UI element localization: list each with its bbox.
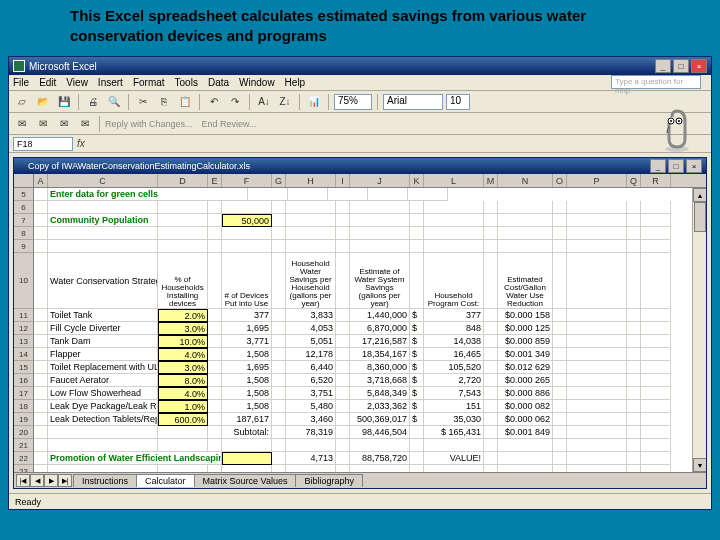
cell[interactable]: Estimated Cost/Gallon Water Use Reductio…: [498, 253, 553, 309]
cell[interactable]: 16,465: [424, 348, 484, 361]
cell[interactable]: [641, 240, 671, 253]
cell[interactable]: [336, 227, 350, 240]
row-head[interactable]: 12: [14, 322, 34, 335]
menu-view[interactable]: View: [66, 77, 88, 88]
cell[interactable]: [410, 227, 424, 240]
cell[interactable]: 6,870,000: [350, 322, 410, 335]
cell[interactable]: [627, 335, 641, 348]
cell[interactable]: Fill Cycle Diverter: [48, 322, 158, 335]
cell[interactable]: [424, 214, 484, 227]
row-head[interactable]: 17: [14, 387, 34, 400]
cell[interactable]: [424, 201, 484, 214]
cell[interactable]: [424, 240, 484, 253]
cell[interactable]: Toilet Replacement with ULFT: [48, 361, 158, 374]
font-select[interactable]: Arial: [383, 94, 443, 110]
col-head-P[interactable]: P: [567, 174, 627, 187]
cell[interactable]: [208, 322, 222, 335]
row-head[interactable]: 14: [14, 348, 34, 361]
cut-icon[interactable]: ✂: [134, 93, 152, 111]
cell[interactable]: [627, 201, 641, 214]
cell[interactable]: [286, 227, 336, 240]
cell[interactable]: [627, 465, 641, 472]
cell[interactable]: [484, 439, 498, 452]
cell[interactable]: $: [410, 374, 424, 387]
cell[interactable]: 2.0%: [158, 309, 208, 322]
cell[interactable]: [336, 439, 350, 452]
cell[interactable]: $: [410, 335, 424, 348]
select-all-cell[interactable]: [14, 174, 34, 187]
minimize-button[interactable]: _: [655, 59, 671, 73]
cell[interactable]: [627, 452, 641, 465]
cell[interactable]: 4,053: [286, 322, 336, 335]
new-icon[interactable]: ▱: [13, 93, 31, 111]
cell[interactable]: [286, 214, 336, 227]
col-head-K[interactable]: K: [410, 174, 424, 187]
cell[interactable]: [627, 426, 641, 439]
cell[interactable]: 2,720: [424, 374, 484, 387]
menu-data[interactable]: Data: [208, 77, 229, 88]
row-head[interactable]: 5: [14, 188, 34, 201]
cell[interactable]: [208, 439, 222, 452]
cell[interactable]: [158, 465, 208, 472]
cell[interactable]: 1.0%: [158, 400, 208, 413]
cell[interactable]: [272, 335, 286, 348]
cell[interactable]: [336, 214, 350, 227]
cell[interactable]: 3.0%: [158, 361, 208, 374]
save-icon[interactable]: 💾: [55, 93, 73, 111]
col-head-L[interactable]: L: [424, 174, 484, 187]
paste-icon[interactable]: 📋: [176, 93, 194, 111]
row-head[interactable]: 22: [14, 452, 34, 465]
cell[interactable]: [553, 253, 567, 309]
row-head[interactable]: 15: [14, 361, 34, 374]
cell[interactable]: Faucet Aerator: [48, 374, 158, 387]
cell[interactable]: [627, 439, 641, 452]
cell[interactable]: [627, 322, 641, 335]
cell[interactable]: Household Water Savings per Household (g…: [286, 253, 336, 309]
cell[interactable]: [208, 400, 222, 413]
cell[interactable]: [410, 201, 424, 214]
end-review-button[interactable]: End Review...: [202, 119, 257, 129]
cell[interactable]: [408, 188, 448, 201]
cell[interactable]: [336, 413, 350, 426]
cell[interactable]: [350, 240, 410, 253]
preview-icon[interactable]: 🔍: [105, 93, 123, 111]
cell[interactable]: [272, 253, 286, 309]
cell[interactable]: $: [410, 361, 424, 374]
row-head[interactable]: 16: [14, 374, 34, 387]
cell[interactable]: [627, 227, 641, 240]
cell[interactable]: [567, 413, 627, 426]
cell[interactable]: [350, 465, 410, 472]
cell[interactable]: 1,695: [222, 361, 272, 374]
cell[interactable]: [158, 426, 208, 439]
cell[interactable]: [567, 201, 627, 214]
cell[interactable]: [424, 227, 484, 240]
cell[interactable]: [272, 322, 286, 335]
cell[interactable]: 10.0%: [158, 335, 208, 348]
cell[interactable]: [158, 240, 208, 253]
cell[interactable]: [553, 465, 567, 472]
row-head[interactable]: 11: [14, 309, 34, 322]
cell[interactable]: 377: [424, 309, 484, 322]
cell[interactable]: $: [410, 400, 424, 413]
cell[interactable]: [48, 439, 158, 452]
menu-tools[interactable]: Tools: [175, 77, 198, 88]
cell[interactable]: [336, 426, 350, 439]
help-search-input[interactable]: Type a question for help: [611, 75, 701, 89]
col-head-R[interactable]: R: [641, 174, 671, 187]
cell[interactable]: [208, 201, 222, 214]
cell[interactable]: 8.0%: [158, 374, 208, 387]
cell[interactable]: [336, 322, 350, 335]
cell[interactable]: Tank Dam: [48, 335, 158, 348]
menu-window[interactable]: Window: [239, 77, 275, 88]
cell[interactable]: [553, 227, 567, 240]
cell[interactable]: [34, 413, 48, 426]
cell[interactable]: [567, 309, 627, 322]
cell[interactable]: [34, 400, 48, 413]
cell[interactable]: [567, 227, 627, 240]
cell[interactable]: 3,460: [286, 413, 336, 426]
row-head[interactable]: 7: [14, 214, 34, 227]
undo-icon[interactable]: ↶: [205, 93, 223, 111]
cell[interactable]: [336, 387, 350, 400]
cell[interactable]: [484, 348, 498, 361]
cell[interactable]: [484, 214, 498, 227]
